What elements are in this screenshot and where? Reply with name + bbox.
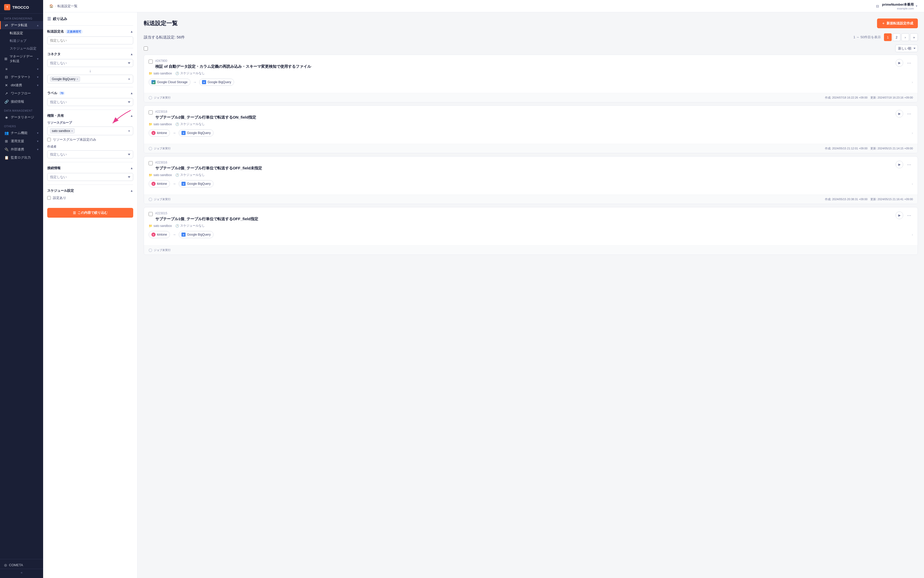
sidebar-collapse-button[interactable]: «: [0, 569, 43, 576]
card-play-button[interactable]: ▶: [895, 211, 903, 219]
dest-connector-chip[interactable]: ◈ Google BigQuery: [179, 180, 214, 187]
user-menu[interactable]: primeNumber本番用 example.com ▼: [882, 2, 918, 10]
sidebar-item-label: 監査ログ出力: [11, 155, 31, 160]
sidebar-item-datamart[interactable]: ⊟ データマート ▼: [0, 73, 43, 81]
sidebar-item-audit-log[interactable]: 📋 監査ログ出力: [0, 153, 43, 162]
dest-connector-chip[interactable]: ◈ Google BigQuery: [199, 78, 234, 86]
filter-section-label-header[interactable]: ラベル 70 ▲: [47, 91, 133, 96]
filter-apply-button[interactable]: ☰ この内容で絞り込む: [47, 208, 133, 218]
source-connector-chip[interactable]: k kintone: [149, 231, 170, 238]
name-input[interactable]: [47, 36, 133, 44]
card-nav-arrow[interactable]: ›: [912, 80, 913, 84]
chevron-icon: ▼: [36, 68, 39, 71]
label-collapse-icon[interactable]: ▲: [130, 91, 133, 95]
user-chevron-icon: ▼: [915, 5, 918, 7]
schedule-collapse-icon[interactable]: ▲: [130, 189, 133, 193]
card-schedule: 🕐 スケジュールなし: [175, 71, 205, 75]
filter-section-connector-header[interactable]: コネクタ ▲: [47, 52, 133, 57]
dbt-icon: ✕: [4, 83, 9, 87]
source-connector-chip[interactable]: k kintone: [149, 180, 170, 187]
sort-select[interactable]: 新しい順: [895, 45, 918, 52]
filter-section-connection-header[interactable]: 接続情報 ▲: [47, 166, 133, 170]
workspace-name: sato sandbox: [153, 122, 172, 126]
schedule-label: スケジュールなし: [180, 71, 205, 75]
sidebar-item-data-lineage[interactable]: ◈ データリネージ: [0, 113, 43, 122]
card-play-button[interactable]: ▶: [895, 59, 903, 67]
card-play-button[interactable]: ▶: [895, 110, 903, 118]
card-more-button[interactable]: ⋯: [905, 110, 913, 118]
source-connector-label: kintone: [157, 131, 167, 135]
connection-select[interactable]: 指定しない: [47, 173, 133, 181]
card-checkbox[interactable]: [149, 60, 153, 64]
card-title[interactable]: サブテーブル1個_テーブル行単位で転送するOFF_field指定: [155, 216, 893, 221]
card-checkbox[interactable]: [149, 212, 153, 216]
card-title[interactable]: サブテーブル2個_テーブル行単位で転送するOFF_field未指定: [155, 165, 893, 170]
connector-dest-clear-icon[interactable]: ×: [76, 78, 78, 81]
notifications-icon[interactable]: ⊟: [876, 4, 879, 8]
card-title[interactable]: サブテーブル2個_テーブル行単位で転送するON_field指定: [155, 114, 893, 120]
card-checkbox[interactable]: [149, 161, 153, 165]
source-connector-label: kintone: [157, 182, 167, 185]
card-more-button[interactable]: ⋯: [905, 59, 913, 67]
logo[interactable]: T TROCCO: [0, 0, 43, 14]
select-all-checkbox[interactable]: [144, 47, 148, 50]
sidebar-item-transfer-jobs[interactable]: 転送ジョブ: [0, 37, 43, 45]
home-icon[interactable]: 🏠: [49, 4, 54, 8]
filter-section-connection-title: 接続情報: [47, 166, 60, 170]
label-select[interactable]: 指定しない: [47, 98, 133, 106]
source-connector-chip[interactable]: k kintone: [149, 129, 170, 136]
sidebar-item-schedule-settings[interactable]: スケジュール設定: [0, 45, 43, 52]
cometa-icon: ◎: [4, 563, 7, 567]
sidebar-item-data-transfer[interactable]: ⇄ データ転送 ▲: [0, 21, 43, 29]
card-title[interactable]: 検証 of 自動データ設定・カラム定義の再読み込み・スキーマ変更検知で使用するフ…: [155, 64, 893, 69]
page-button-2[interactable]: 2: [893, 33, 900, 41]
page-button-1[interactable]: 1: [884, 33, 892, 41]
connection-collapse-icon[interactable]: ▲: [130, 166, 133, 170]
schedule-checkbox[interactable]: [47, 196, 51, 200]
filter-section-name-header[interactable]: 転送設定名 正規表現可 ▲: [47, 29, 133, 34]
sidebar-item-team-function[interactable]: 👥 チーム機能 ▼: [0, 129, 43, 137]
name-collapse-icon[interactable]: ▲: [130, 30, 133, 33]
card-more-button[interactable]: ⋯: [905, 211, 913, 219]
sidebar-item-transfer-settings[interactable]: 転送設定: [0, 29, 43, 37]
filter-section-permission-header[interactable]: 権限・共有 ▲: [47, 114, 133, 118]
card-play-button[interactable]: ▶: [895, 161, 903, 168]
sidebar-item-managed-transfer[interactable]: ⊞ マネージドデータ転送 ▼: [0, 52, 43, 65]
page-next-icon[interactable]: ›: [901, 33, 909, 41]
new-transfer-button[interactable]: ＋ 新規転送設定作成: [877, 18, 918, 28]
section-label-data-engineering: Data Engineering: [0, 14, 43, 21]
permission-collapse-icon[interactable]: ▲: [130, 114, 133, 118]
resource-group-unset-checkbox[interactable]: [47, 138, 51, 141]
resource-group-clear-icon[interactable]: ×: [71, 129, 73, 132]
label-count-badge: 70: [59, 91, 65, 95]
connector-collapse-icon[interactable]: ▲: [130, 52, 133, 56]
card-title-area: #247800 検証 of 自動データ設定・カラム定義の再読み込み・スキーマ変更…: [155, 59, 893, 69]
card-nav-arrow[interactable]: ›: [912, 131, 913, 135]
job-status: ジョブ未実行: [149, 197, 171, 201]
dest-connector-chip[interactable]: ◈ Google BigQuery: [179, 129, 214, 136]
sidebar-item-label: dbt連携: [11, 83, 22, 88]
sidebar-item-connection[interactable]: 🔗 接続情報: [0, 97, 43, 106]
sidebar-item-operations[interactable]: ⊞ 運用支援 ▼: [0, 137, 43, 145]
source-connector-chip[interactable]: ☁ Google Cloud Storage: [149, 78, 190, 86]
card-workspace: 📁 sato sandbox: [149, 224, 172, 228]
connector-dest-tag-select[interactable]: Google BigQuery × ▼: [47, 75, 133, 83]
connector-dest-chevron-icon: ▼: [128, 78, 130, 81]
card-nav-arrow[interactable]: ›: [912, 232, 913, 237]
card-more-button[interactable]: ⋯: [905, 161, 913, 168]
card-nav-arrow[interactable]: ›: [912, 182, 913, 186]
sidebar-item-dbt[interactable]: ✕ dbt連携 ▼: [0, 81, 43, 89]
author-select[interactable]: 指定しない: [47, 150, 133, 158]
resource-group-select[interactable]: sato sandbox × ▼: [47, 127, 133, 135]
page-last-icon[interactable]: »: [910, 33, 918, 41]
sidebar-item-list[interactable]: ≡ ▼: [0, 65, 43, 73]
cometa-item[interactable]: ◎ COMETA: [0, 561, 43, 569]
sidebar-item-label: チーム機能: [11, 131, 28, 135]
card-checkbox[interactable]: [149, 110, 153, 114]
sidebar-item-external-connect[interactable]: 🔌 外部連携 ▼: [0, 145, 43, 153]
sidebar-item-workflow[interactable]: ↗ ワークフロー: [0, 89, 43, 97]
user-name: primeNumber本番用: [882, 2, 914, 7]
connector-source-select[interactable]: 指定しない: [47, 59, 133, 67]
dest-connector-chip[interactable]: ◈ Google BigQuery: [179, 231, 214, 238]
filter-section-schedule-header[interactable]: スケジュール設定 ▲: [47, 188, 133, 193]
